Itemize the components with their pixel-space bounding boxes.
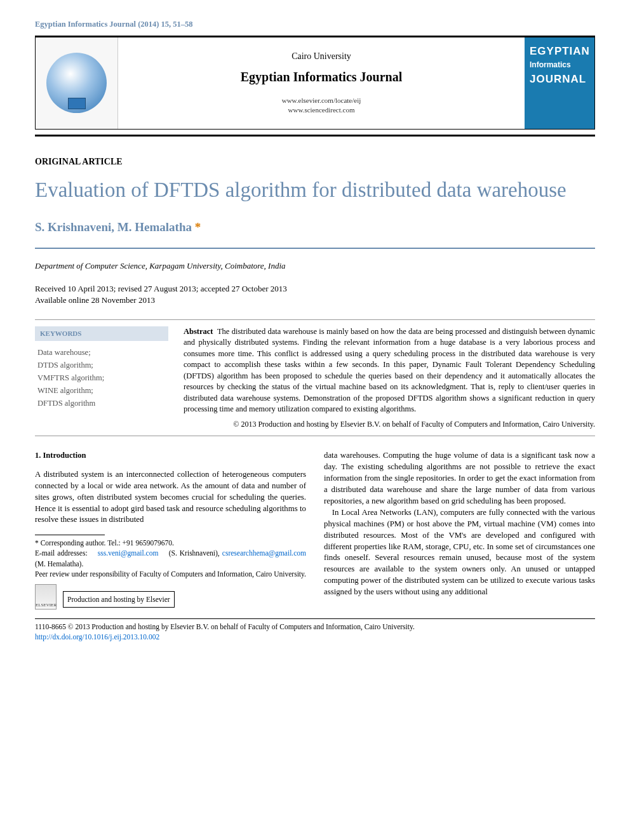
author-names: S. Krishnaveni, M. Hemalatha	[35, 220, 192, 234]
university-name: Cairo University	[128, 50, 515, 63]
footnotes: * Corresponding author. Tel.: +91 965907…	[35, 538, 306, 609]
keyword-item: WINE algorithm;	[37, 384, 166, 397]
authors: S. Krishnaveni, M. Hemalatha *	[35, 219, 595, 236]
abstract: Abstract The distributed data warehouse …	[184, 320, 595, 436]
body-paragraph: In Local Area Networks (LAN), computers …	[324, 507, 595, 598]
corresponding-author-star-icon: *	[195, 220, 201, 234]
masthead: Cairo University Egyptian Informatics Jo…	[35, 37, 595, 130]
keywords-abstract-row: KEYWORDS Data warehouse; DTDS algorithm;…	[35, 319, 595, 437]
dates-online: Available online 28 November 2013	[35, 295, 595, 306]
abstract-text: The distributed data warehouse is mainly…	[184, 327, 595, 414]
keyword-item: DFTDS algorithm	[37, 397, 166, 410]
journal-url-2[interactable]: www.sciencedirect.com	[128, 105, 515, 115]
hosting-box: Production and hosting by Elsevier	[63, 591, 175, 608]
publisher-logo-box	[36, 37, 118, 129]
corresponding-author-note: * Corresponding author. Tel.: +91 965907…	[35, 538, 306, 548]
article-type: ORIGINAL ARTICLE	[35, 156, 595, 168]
cover-title-line1: EGYPTIAN	[530, 44, 589, 59]
abstract-label: Abstract	[184, 327, 213, 336]
peer-review-note: Peer review under responsibility of Facu…	[35, 569, 306, 579]
masthead-bottom-rule	[35, 135, 595, 137]
author-rule	[35, 248, 595, 249]
masthead-center: Cairo University Egyptian Informatics Jo…	[118, 37, 525, 129]
body-paragraph: A distributed system is an interconnecte…	[35, 469, 306, 526]
footnote-rule	[35, 535, 105, 535]
abstract-copyright: © 2013 Production and hosting by Elsevie…	[184, 419, 595, 430]
email-addresses-line: E-mail addresses: sss.veni@gmail.com (S.…	[35, 548, 306, 568]
journal-name: Egyptian Informatics Journal	[128, 68, 515, 86]
article-title: Evaluation of DFTDS algorithm for distri…	[35, 177, 595, 203]
body-columns: 1. Introduction A distributed system is …	[35, 450, 595, 609]
keywords-box: KEYWORDS Data warehouse; DTDS algorithm;…	[35, 320, 168, 436]
journal-cover-thumbnail: EGYPTIAN Informatics JOURNAL	[525, 37, 594, 129]
body-paragraph: data warehouses. Computing the huge volu…	[324, 450, 595, 507]
author-email-link[interactable]: sss.veni@gmail.com	[98, 549, 159, 557]
keywords-heading: KEYWORDS	[35, 326, 168, 341]
journal-url-1: www.elsevier.com/locate/eij	[128, 96, 515, 105]
article-dates: Received 10 April 2013; revised 27 Augus…	[35, 283, 595, 306]
email-label: E-mail addresses:	[35, 549, 88, 557]
keyword-item: VMFTRS algorithm;	[37, 371, 166, 384]
footer: 1110-8665 © 2013 Production and hosting …	[35, 622, 595, 642]
affiliation: Department of Computer Science, Karpagam…	[35, 260, 595, 272]
keywords-list: Data warehouse; DTDS algorithm; VMFTRS a…	[35, 346, 168, 410]
doi-link[interactable]: http://dx.doi.org/10.1016/j.eij.2013.10.…	[35, 633, 159, 641]
right-column: data warehouses. Computing the huge volu…	[324, 450, 595, 609]
journal-citation: Egyptian Informatics Journal (2014) 15, …	[35, 19, 595, 30]
keyword-item: Data warehouse;	[37, 346, 166, 359]
cover-title-line3: JOURNAL	[530, 72, 589, 87]
footer-issn-copyright: 1110-8665 © 2013 Production and hosting …	[35, 623, 415, 630]
author-email-link[interactable]: csresearchhema@gmail.com	[222, 549, 306, 557]
email-owner: (S. Krishnaveni),	[169, 549, 220, 557]
dates-received-accepted: Received 10 April 2013; revised 27 Augus…	[35, 283, 595, 295]
globe-logo-icon	[46, 53, 107, 113]
elsevier-tree-icon: ELSEVIER	[35, 584, 57, 610]
section-heading: 1. Introduction	[35, 450, 306, 462]
footer-rule	[35, 618, 595, 619]
left-column: 1. Introduction A distributed system is …	[35, 450, 306, 609]
keyword-item: DTDS algorithm;	[37, 359, 166, 371]
cover-title-line2: Informatics	[530, 60, 589, 70]
email-owner: (M. Hemalatha).	[35, 560, 83, 568]
